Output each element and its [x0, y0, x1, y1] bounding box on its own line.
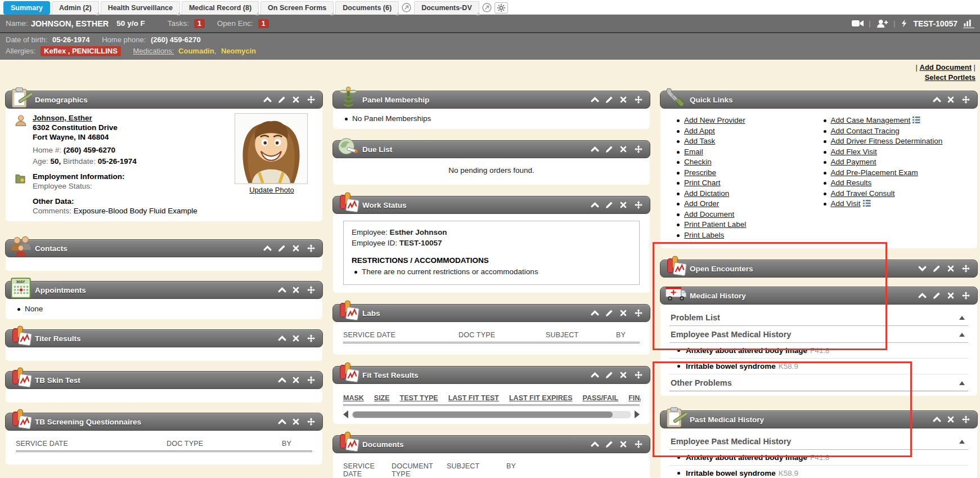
- column-header[interactable]: SERVICE DATE: [343, 462, 392, 478]
- collapse-triangle-icon[interactable]: [959, 440, 965, 444]
- sort-column-link[interactable]: TEST TYPE: [400, 394, 438, 402]
- close-icon[interactable]: [947, 292, 956, 300]
- video-camera-icon[interactable]: [852, 19, 863, 28]
- tab-on-screen-forms[interactable]: On Screen Forms: [260, 1, 334, 15]
- add-person-icon[interactable]: [876, 19, 888, 28]
- move-icon[interactable]: [635, 440, 643, 448]
- column-header[interactable]: BY: [616, 331, 640, 339]
- portlet-header[interactable]: Open Encounters: [660, 260, 978, 278]
- move-icon[interactable]: [635, 201, 643, 209]
- edit-pencil-icon[interactable]: [933, 292, 941, 300]
- move-icon[interactable]: [635, 145, 643, 153]
- move-icon[interactable]: [962, 265, 970, 272]
- allergies-badge[interactable]: Keflex , PENICILLINS: [41, 46, 121, 56]
- move-icon[interactable]: [307, 418, 316, 426]
- quick-link[interactable]: Email: [684, 148, 703, 156]
- column-header[interactable]: SERVICE DATE: [16, 440, 167, 448]
- open-new-window-icon[interactable]: [482, 3, 492, 12]
- edit-pencil-icon[interactable]: [278, 96, 286, 104]
- section-employee-past-medical-history[interactable]: Employee Past Medical History: [669, 433, 968, 450]
- close-icon[interactable]: [620, 371, 628, 379]
- move-icon[interactable]: [962, 292, 970, 300]
- edit-pencil-icon[interactable]: [605, 440, 614, 448]
- list-icon[interactable]: [863, 199, 871, 206]
- tab-summary[interactable]: Summary: [3, 1, 50, 15]
- collapse-icon[interactable]: [263, 96, 272, 104]
- portlet-header[interactable]: Labs: [332, 304, 650, 322]
- sort-column-link[interactable]: LAST FIT EXPIRES: [509, 394, 573, 402]
- history-item[interactable]: Irritable bowel syndromeK58.9: [669, 466, 968, 478]
- scroll-right-arrow[interactable]: [635, 410, 640, 418]
- edit-pencil-icon[interactable]: [605, 96, 614, 104]
- collapse-icon[interactable]: [278, 376, 286, 384]
- quick-link[interactable]: Add Driver Fitness Determination: [831, 137, 943, 145]
- move-icon[interactable]: [962, 96, 970, 104]
- move-icon[interactable]: [307, 334, 316, 342]
- collapse-icon[interactable]: [278, 334, 286, 342]
- medication-item[interactable]: Coumadin: [178, 47, 214, 55]
- move-icon[interactable]: [307, 244, 316, 252]
- column-header[interactable]: DOCUMENT TYPE: [392, 462, 447, 478]
- collapse-icon[interactable]: [933, 416, 941, 423]
- quick-link[interactable]: Prescribe: [684, 168, 716, 177]
- column-header[interactable]: BY: [506, 462, 634, 478]
- portlet-header[interactable]: Past Medical History: [660, 410, 978, 428]
- quick-link[interactable]: Add Visit: [831, 199, 861, 208]
- portlet-header[interactable]: Work Status: [332, 196, 650, 214]
- tab-admin[interactable]: Admin (2): [52, 1, 99, 15]
- edit-pencil-icon[interactable]: [278, 244, 286, 252]
- portlet-header[interactable]: Fit Test Results: [332, 366, 650, 384]
- close-icon[interactable]: [947, 265, 956, 272]
- portlet-header[interactable]: Contacts: [5, 239, 323, 257]
- chart-icon[interactable]: [963, 19, 974, 28]
- scrollbar-track[interactable]: [352, 411, 631, 418]
- move-icon[interactable]: [307, 376, 316, 384]
- update-photo-link[interactable]: Update Photo: [249, 186, 294, 194]
- column-header[interactable]: DOC TYPE: [167, 440, 282, 448]
- portlet-header[interactable]: TB Screening Questionnaires: [5, 413, 323, 431]
- quick-link[interactable]: Print Chart: [684, 178, 721, 187]
- collapse-icon[interactable]: [591, 145, 599, 153]
- quick-link[interactable]: Print Patient Label: [684, 220, 746, 229]
- portlet-header[interactable]: Medical History: [660, 287, 978, 305]
- move-icon[interactable]: [962, 416, 970, 423]
- medications-label[interactable]: Medications:: [133, 47, 174, 55]
- close-icon[interactable]: [293, 418, 301, 426]
- quick-link[interactable]: Checkin: [684, 158, 712, 166]
- edit-pencil-icon[interactable]: [605, 145, 614, 153]
- edit-pencil-icon[interactable]: [933, 265, 941, 272]
- portlet-header[interactable]: Documents: [332, 435, 650, 453]
- quick-link[interactable]: Add Task: [684, 137, 715, 145]
- settings-gear-icon[interactable]: [495, 2, 508, 14]
- column-header[interactable]: SUBJECT: [447, 462, 506, 478]
- open-new-window-icon[interactable]: [402, 3, 411, 12]
- close-icon[interactable]: [620, 201, 628, 209]
- expand-icon[interactable]: [918, 265, 927, 272]
- collapse-triangle-icon[interactable]: [959, 381, 965, 385]
- tab-medical-record[interactable]: Medical Record (8): [182, 1, 259, 15]
- move-icon[interactable]: [635, 96, 643, 104]
- sort-column-link[interactable]: PASS/FAIL: [582, 394, 618, 402]
- close-icon[interactable]: [293, 376, 301, 384]
- history-item[interactable]: Irritable bowel syndromeK58.9: [669, 359, 968, 374]
- close-icon[interactable]: [620, 440, 628, 448]
- history-item[interactable]: Anxiety about altered body imageF41.8: [669, 343, 968, 359]
- collapse-triangle-icon[interactable]: [959, 333, 965, 337]
- close-icon[interactable]: [293, 286, 301, 294]
- scrollbar-thumb[interactable]: [353, 412, 613, 418]
- history-item[interactable]: Anxiety about altered body imageF41.8: [669, 450, 968, 466]
- collapse-icon[interactable]: [591, 371, 599, 379]
- column-header[interactable]: BY: [282, 440, 312, 448]
- scroll-left-arrow[interactable]: [343, 410, 348, 418]
- close-icon[interactable]: [947, 416, 956, 423]
- sort-column-link[interactable]: MASK: [343, 394, 364, 402]
- list-icon[interactable]: [912, 116, 921, 123]
- portlet-header[interactable]: Quick Links: [660, 91, 978, 109]
- quick-link[interactable]: Add Appt: [684, 127, 715, 135]
- add-document-link[interactable]: Add Document: [920, 63, 972, 72]
- portlet-header[interactable]: Titer Results: [5, 329, 323, 347]
- quick-link[interactable]: Add Order: [684, 199, 719, 208]
- tab-health-surveillance[interactable]: Health Surveillance: [101, 1, 180, 15]
- quick-link[interactable]: Add Payment: [831, 158, 876, 166]
- section-problem-list[interactable]: Problem List: [669, 309, 968, 326]
